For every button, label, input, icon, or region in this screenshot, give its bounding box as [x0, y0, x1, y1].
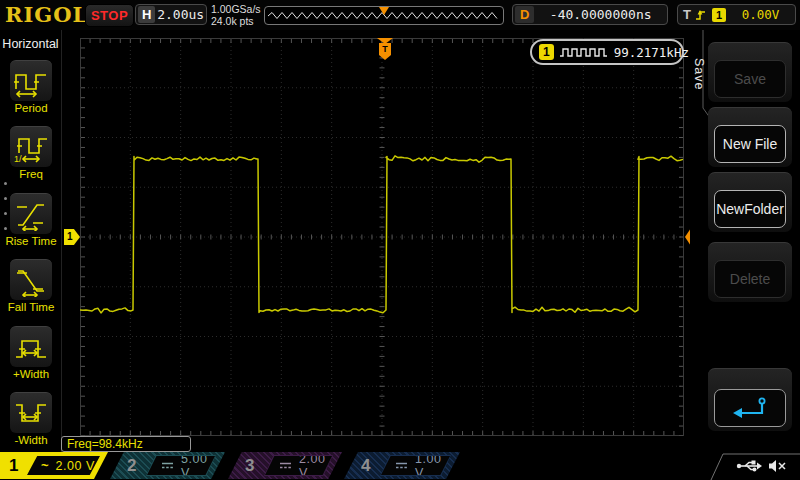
svg-text:1/: 1/ — [14, 154, 22, 164]
horizontal-label: H — [138, 6, 155, 23]
channel-3-indicator[interactable]: 3 2.00 V — [228, 452, 342, 479]
channel-value-box: ~2.00 V — [26, 455, 101, 476]
menu-tab-label: Save — [692, 58, 706, 91]
run-state-indicator[interactable]: STOP — [85, 4, 134, 27]
period-icon — [10, 60, 52, 101]
ground-coupling-icon — [279, 461, 292, 470]
timebase-value: 2.00us — [155, 7, 206, 22]
menu-item-label: +Width — [13, 368, 49, 380]
minus-width-icon — [10, 392, 52, 433]
menu-item-label: Freq — [19, 168, 43, 180]
freq-icon: 1/ — [10, 126, 52, 167]
channel-scale: 2.00 V — [56, 459, 95, 473]
softkey-tab: New File — [708, 107, 792, 167]
newfolder-button[interactable]: NewFolder — [714, 190, 786, 228]
new-file-button[interactable]: New File — [714, 125, 786, 163]
menu-item-rise-time[interactable]: Rise Time — [0, 193, 62, 259]
usb-icon — [736, 459, 762, 473]
channel-value-box: 2.00 V — [264, 455, 333, 476]
trigger-label: T — [678, 7, 691, 22]
top-status-bar: RIGOL STOP H 2.00us 1.00GSa/s 24.0k pts … — [0, 0, 800, 30]
channel1-offset-marker[interactable]: 1 — [64, 229, 80, 245]
channel1-waveform — [80, 38, 684, 436]
channel-value-box: 5.00 V — [146, 455, 216, 476]
graticule — [80, 38, 684, 436]
menu-scroll-dots — [4, 182, 7, 242]
softkey-tab: Save — [708, 42, 792, 102]
channel-2-indicator[interactable]: 2 5.00 V — [110, 452, 225, 479]
trigger-position-marker[interactable]: T — [377, 38, 393, 61]
channel-4-indicator[interactable]: 4 1.00 V — [344, 452, 460, 479]
sample-rate: 1.00GSa/s — [211, 3, 261, 15]
memory-depth: 24.0k pts — [211, 15, 261, 27]
channel-1-indicator[interactable]: 1 ~2.00 V — [0, 452, 108, 479]
menu-item-label: Rise Time — [5, 235, 56, 247]
menu-item-label: Fall Time — [8, 301, 55, 313]
channel-scale: 2.00 V — [299, 452, 332, 480]
left-menu-title: Horizontal — [0, 37, 61, 51]
ground-coupling-icon — [395, 461, 408, 470]
trigger-delay-box[interactable]: D -40.0000000ns — [512, 4, 668, 25]
frequency-counter: 1 99.2171kHz — [530, 39, 684, 65]
menu-item-label: -Width — [14, 434, 47, 446]
softkey-tab: Delete — [708, 242, 792, 302]
ac-coupling-icon: ~ — [41, 461, 49, 471]
trigger-level-value: 0.00V — [726, 7, 795, 22]
channel-number: 4 — [361, 455, 370, 476]
menu-item-width[interactable]: -Width — [0, 392, 62, 458]
system-status-icons — [710, 452, 800, 480]
menu-item-freq[interactable]: 1/ Freq — [0, 126, 62, 192]
rise-time-icon — [10, 193, 52, 234]
waveform-preview-bar[interactable] — [264, 6, 504, 25]
return-button-tab — [708, 368, 792, 431]
horizontal-measure-menu: Horizontal Period1/ Freq Rise Time Fall … — [0, 30, 62, 455]
speaker-muted-icon[interactable] — [768, 459, 786, 473]
rigol-logo: RIGOL — [5, 2, 88, 27]
counter-value: 99.2171kHz — [614, 45, 689, 60]
menu-back-button[interactable] — [714, 389, 786, 427]
channel-scale: 1.00 V — [415, 452, 450, 480]
delay-label: D — [515, 6, 534, 23]
acquisition-info: 1.00GSa/s 24.0k pts — [211, 3, 261, 27]
save-menu-panel: Save SaveNew FileNewFolderDelete — [690, 30, 800, 455]
channel-value-box: 1.00 V — [380, 455, 451, 476]
waveform-display-area: T 1 99.2171kHz 1 T Freq=98.4kHz — [62, 30, 700, 455]
plus-width-icon — [10, 326, 52, 367]
trigger-status-box[interactable]: T 1 0.00V — [677, 4, 796, 25]
channel-status-bar: 1 ~2.00 V 2 5.00 V 3 2.00 V 4 1.00 V — [0, 452, 800, 480]
menu-item-label: Period — [14, 102, 47, 114]
fall-time-icon — [10, 259, 52, 300]
menu-item-period[interactable]: Period — [0, 60, 62, 126]
channel-scale: 5.00 V — [181, 452, 215, 480]
return-arrow-icon — [728, 395, 772, 421]
menu-item-width[interactable]: +Width — [0, 326, 62, 392]
ground-coupling-icon — [161, 461, 174, 470]
delete-button[interactable]: Delete — [714, 260, 786, 298]
counter-channel-badge: 1 — [539, 44, 554, 60]
delay-value: -40.0000000ns — [534, 7, 667, 22]
horizontal-timebase-box[interactable]: H 2.00us — [135, 4, 207, 25]
channel-number: 3 — [245, 455, 254, 476]
save-button[interactable]: Save — [714, 60, 786, 98]
hardware-freq-readout: Freq=98.4kHz — [61, 436, 191, 452]
trigger-edge-icon — [695, 8, 707, 22]
trigger-source-badge: 1 — [712, 8, 726, 22]
pulse-train-icon — [559, 46, 609, 58]
channel-number: 2 — [127, 455, 136, 476]
oscilloscope-screen: RIGOL STOP H 2.00us 1.00GSa/s 24.0k pts … — [0, 0, 800, 480]
softkey-tab: NewFolder — [708, 172, 792, 232]
channel-number: 1 — [9, 455, 18, 476]
menu-item-fall-time[interactable]: Fall Time — [0, 259, 62, 325]
